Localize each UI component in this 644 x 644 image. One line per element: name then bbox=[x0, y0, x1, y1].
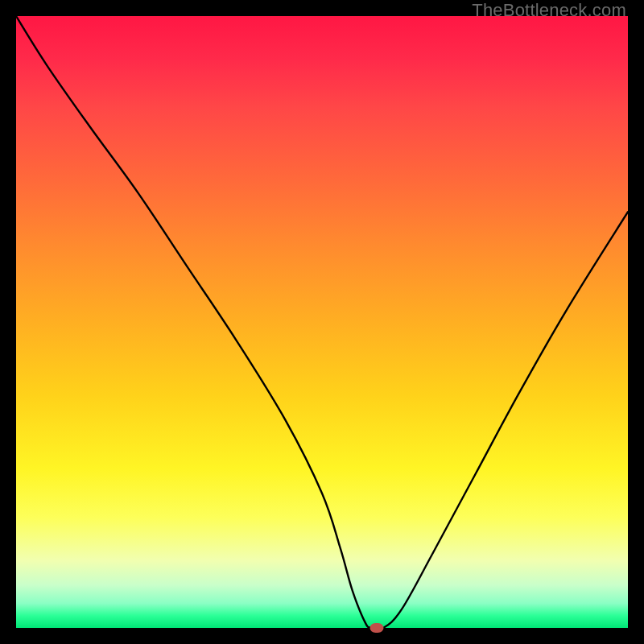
bottleneck-curve-path bbox=[16, 16, 628, 628]
chart-svg bbox=[16, 16, 628, 628]
watermark-text: TheBottleneck.com bbox=[472, 0, 626, 21]
optimum-marker bbox=[370, 623, 384, 633]
chart-frame: TheBottleneck.com bbox=[0, 0, 644, 644]
chart-plot-area bbox=[16, 16, 628, 628]
